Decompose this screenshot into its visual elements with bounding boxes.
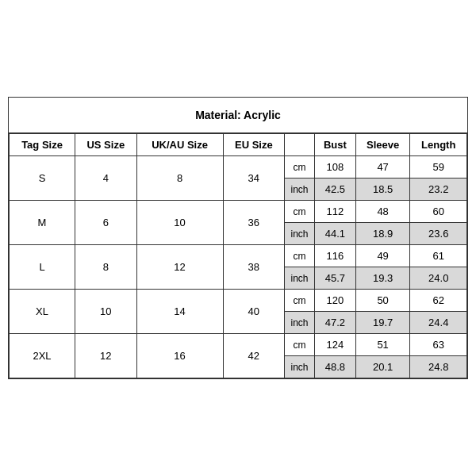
- col-ukau-size: UK/AU Size: [136, 134, 223, 156]
- cell-length-inch: 24.4: [410, 312, 467, 334]
- cell-bust-cm: 124: [315, 334, 356, 356]
- cell-us: 8: [75, 245, 136, 290]
- cell-sleeve-inch: 19.7: [355, 312, 410, 334]
- col-length: Length: [410, 134, 467, 156]
- cell-length-cm: 61: [410, 245, 467, 267]
- cell-bust-cm: 112: [315, 201, 356, 223]
- table-row: 2XL 12 16 42 cm 124 51 63: [10, 334, 467, 356]
- cell-us: 6: [75, 201, 136, 245]
- cell-sleeve-inch: 18.9: [355, 223, 410, 245]
- cell-unit-cm: cm: [285, 245, 315, 267]
- cell-sleeve-cm: 47: [355, 156, 410, 178]
- cell-eu: 40: [223, 290, 284, 334]
- table-row: S 4 8 34 cm 108 47 59: [10, 156, 467, 178]
- cell-sleeve-cm: 49: [355, 245, 410, 267]
- col-us-size: US Size: [75, 134, 136, 156]
- header-row: Tag Size US Size UK/AU Size EU Size Bust…: [10, 134, 467, 156]
- cell-tag: XL: [10, 290, 75, 334]
- cell-sleeve-cm: 51: [355, 334, 410, 356]
- cell-sleeve-cm: 48: [355, 201, 410, 223]
- cell-length-inch: 24.8: [410, 356, 467, 378]
- cell-us: 4: [75, 156, 136, 201]
- table-row: M 6 10 36 cm 112 48 60: [10, 201, 467, 223]
- cell-sleeve-inch: 19.3: [355, 267, 410, 290]
- cell-eu: 38: [223, 245, 284, 290]
- cell-eu: 34: [223, 156, 284, 201]
- cell-bust-inch: 45.7: [315, 267, 356, 290]
- cell-length-cm: 60: [410, 201, 467, 223]
- cell-tag: S: [10, 156, 75, 201]
- cell-bust-inch: 44.1: [315, 223, 356, 245]
- cell-tag: L: [10, 245, 75, 290]
- cell-unit-cm: cm: [285, 334, 315, 356]
- cell-length-cm: 63: [410, 334, 467, 356]
- cell-bust-inch: 48.8: [315, 356, 356, 378]
- cell-us: 12: [75, 334, 136, 378]
- cell-ukau: 16: [136, 334, 223, 378]
- size-chart-container: Material: Acrylic Tag Size US Size UK/AU…: [8, 97, 468, 379]
- cell-length-inch: 24.0: [410, 267, 467, 290]
- cell-bust-cm: 108: [315, 156, 356, 178]
- cell-us: 10: [75, 290, 136, 334]
- cell-unit-inch: inch: [285, 312, 315, 334]
- cell-unit-cm: cm: [285, 201, 315, 223]
- cell-unit-inch: inch: [285, 356, 315, 378]
- cell-tag: 2XL: [10, 334, 75, 378]
- col-eu-size: EU Size: [223, 134, 284, 156]
- cell-eu: 36: [223, 201, 284, 245]
- cell-bust-cm: 116: [315, 245, 356, 267]
- cell-unit-inch: inch: [285, 223, 315, 245]
- cell-ukau: 14: [136, 290, 223, 334]
- cell-sleeve-cm: 50: [355, 290, 410, 312]
- cell-bust-inch: 42.5: [315, 178, 356, 201]
- cell-ukau: 12: [136, 245, 223, 290]
- cell-eu: 42: [223, 334, 284, 378]
- cell-sleeve-inch: 18.5: [355, 178, 410, 201]
- size-table: Tag Size US Size UK/AU Size EU Size Bust…: [9, 133, 467, 378]
- cell-length-cm: 59: [410, 156, 467, 178]
- cell-tag: M: [10, 201, 75, 245]
- chart-title: Material: Acrylic: [9, 98, 467, 133]
- cell-bust-inch: 47.2: [315, 312, 356, 334]
- col-bust: Bust: [315, 134, 356, 156]
- cell-unit-cm: cm: [285, 290, 315, 312]
- table-row: L 8 12 38 cm 116 49 61: [10, 245, 467, 267]
- col-unit: [285, 134, 315, 156]
- cell-length-inch: 23.6: [410, 223, 467, 245]
- cell-unit-cm: cm: [285, 156, 315, 178]
- cell-sleeve-inch: 20.1: [355, 356, 410, 378]
- cell-unit-inch: inch: [285, 267, 315, 290]
- cell-length-inch: 23.2: [410, 178, 467, 201]
- col-tag-size: Tag Size: [10, 134, 75, 156]
- cell-unit-inch: inch: [285, 178, 315, 201]
- cell-length-cm: 62: [410, 290, 467, 312]
- cell-ukau: 8: [136, 156, 223, 201]
- col-sleeve: Sleeve: [355, 134, 410, 156]
- table-row: XL 10 14 40 cm 120 50 62: [10, 290, 467, 312]
- cell-ukau: 10: [136, 201, 223, 245]
- cell-bust-cm: 120: [315, 290, 356, 312]
